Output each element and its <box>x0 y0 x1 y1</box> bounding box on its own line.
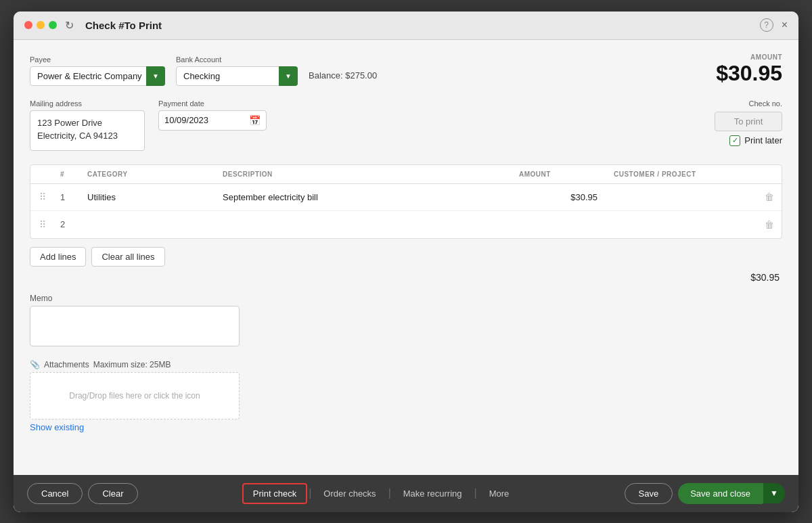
header-drag <box>30 170 55 178</box>
bank-dropdown-arrow[interactable]: ▼ <box>279 66 298 86</box>
refresh-icon[interactable]: ↻ <box>65 19 77 31</box>
total-value: $30.95 <box>750 272 780 283</box>
row-description-1[interactable]: September electricity bill <box>217 192 514 202</box>
check-no-label: Check no. <box>748 99 782 108</box>
attachments-header: 📎 Attachments Maximum size: 25MB <box>30 360 782 369</box>
header-delete <box>757 170 782 178</box>
payment-date-group: Payment date 📅 <box>158 99 267 131</box>
drag-handle-2[interactable]: ⠿ <box>30 219 55 230</box>
memo-section: Memo <box>30 294 782 349</box>
row-amount-1[interactable]: $30.95 <box>514 192 608 202</box>
footer-divider-3: | <box>472 487 478 499</box>
payee-select-wrapper: Power & Electric Company ▼ <box>30 66 165 86</box>
top-row: Payee Power & Electric Company ▼ Bank Ac… <box>30 53 782 86</box>
delete-row-2-icon[interactable]: 🗑 <box>757 219 782 230</box>
order-checks-button[interactable]: Order checks <box>313 483 386 504</box>
maximize-traffic-light[interactable] <box>49 21 57 29</box>
clear-all-lines-button[interactable]: Clear all lines <box>91 247 164 267</box>
attachments-max-size: Maximum size: 25MB <box>93 360 171 369</box>
attachment-icon: 📎 <box>30 360 40 369</box>
add-lines-button[interactable]: Add lines <box>30 247 86 267</box>
balance-text: Balance: $275.00 <box>309 70 377 86</box>
header-customer: CUSTOMER / PROJECT <box>608 170 757 178</box>
delete-row-1-icon[interactable]: 🗑 <box>757 191 782 202</box>
row-category-1[interactable]: Utilities <box>82 192 217 202</box>
mailing-address-group: Mailing address 123 Power Drive Electric… <box>30 99 145 151</box>
drop-zone-placeholder: Drag/Drop files here or click the icon <box>69 391 200 401</box>
bank-select-wrapper: Checking ▼ <box>176 66 298 86</box>
cancel-button[interactable]: Cancel <box>27 483 83 504</box>
clear-button[interactable]: Clear <box>88 483 137 504</box>
save-close-dropdown-button[interactable]: ▼ <box>763 483 785 503</box>
print-check-button[interactable]: Print check <box>242 483 307 504</box>
footer-divider-1: | <box>307 487 313 499</box>
print-later-label: Print later <box>744 135 782 145</box>
middle-row: Mailing address 123 Power Drive Electric… <box>30 99 782 151</box>
payment-date-input[interactable] <box>164 115 245 125</box>
close-traffic-light[interactable] <box>24 21 32 29</box>
total-row: $30.95 <box>30 272 782 283</box>
line-items-table: # CATEGORY DESCRIPTION AMOUNT CUSTOMER /… <box>30 164 782 239</box>
calendar-icon[interactable]: 📅 <box>249 115 261 126</box>
header-description: DESCRIPTION <box>217 170 514 178</box>
amount-value: $30.95 <box>716 61 782 86</box>
traffic-lights <box>24 21 57 29</box>
amount-label: AMOUNT <box>716 53 782 61</box>
table-actions: Add lines Clear all lines <box>30 247 782 267</box>
close-button[interactable]: × <box>782 19 788 31</box>
to-print-field: To print <box>715 112 782 131</box>
footer-right: Save Save and close ▼ <box>625 483 785 504</box>
payee-label: Payee <box>30 55 165 64</box>
mailing-address-label: Mailing address <box>30 99 145 108</box>
payee-group: Payee Power & Electric Company ▼ <box>30 55 165 86</box>
date-input-wrapper: 📅 <box>158 110 267 131</box>
title-bar: ↻ Check #To Print ? × <box>14 12 798 40</box>
form-content: Payee Power & Electric Company ▼ Bank Ac… <box>14 40 798 475</box>
payee-select[interactable]: Power & Electric Company <box>30 66 165 86</box>
minimize-traffic-light[interactable] <box>37 21 45 29</box>
payee-dropdown-arrow[interactable]: ▼ <box>146 66 165 86</box>
show-existing-link[interactable]: Show existing <box>30 422 84 432</box>
check-no-group: Check no. To print ✓ Print later <box>715 99 782 146</box>
row-num-1: 1 <box>55 192 82 202</box>
row-num-2: 2 <box>55 219 82 229</box>
table-row: ⠿ 2 🗑 <box>30 211 782 238</box>
mailing-address-line2: Electricity, CA 94123 <box>37 131 118 141</box>
main-window: ↻ Check #To Print ? × Payee Power & Elec… <box>14 12 798 512</box>
mailing-address-line1: 123 Power Drive <box>37 118 102 128</box>
header-category: CATEGORY <box>82 170 217 178</box>
window-title: Check #To Print <box>85 20 162 31</box>
save-and-close-button[interactable]: Save and close <box>678 483 763 504</box>
table-row: ⠿ 1 Utilities September electricity bill… <box>30 184 782 211</box>
drop-zone[interactable]: Drag/Drop files here or click the icon <box>30 372 240 419</box>
mailing-address-box[interactable]: 123 Power Drive Electricity, CA 94123 <box>30 110 145 151</box>
bank-account-group: Bank Account Checking ▼ <box>176 55 298 86</box>
amount-section: AMOUNT $30.95 <box>716 53 782 86</box>
memo-label: Memo <box>30 294 782 303</box>
memo-textarea[interactable] <box>30 306 240 346</box>
footer: Cancel Clear Print check | Order checks … <box>14 475 798 512</box>
payment-date-label: Payment date <box>158 99 267 108</box>
more-button[interactable]: More <box>478 483 520 504</box>
drag-handle-1[interactable]: ⠿ <box>30 191 55 202</box>
header-num: # <box>55 170 82 178</box>
footer-divider-2: | <box>387 487 392 499</box>
footer-center-actions: Print check | Order checks | Make recurr… <box>242 483 520 504</box>
save-close-group: Save and close ▼ <box>678 483 785 504</box>
save-button[interactable]: Save <box>625 483 673 504</box>
bank-account-label: Bank Account <box>176 55 298 64</box>
table-header: # CATEGORY DESCRIPTION AMOUNT CUSTOMER /… <box>30 165 782 184</box>
make-recurring-button[interactable]: Make recurring <box>392 483 473 504</box>
print-later-row: ✓ Print later <box>729 135 782 146</box>
attachments-section: 📎 Attachments Maximum size: 25MB Drag/Dr… <box>30 360 782 433</box>
print-later-checkbox[interactable]: ✓ <box>729 135 740 146</box>
attachments-label: Attachments <box>44 360 89 369</box>
header-amount: AMOUNT <box>514 170 608 178</box>
help-button[interactable]: ? <box>760 18 773 32</box>
